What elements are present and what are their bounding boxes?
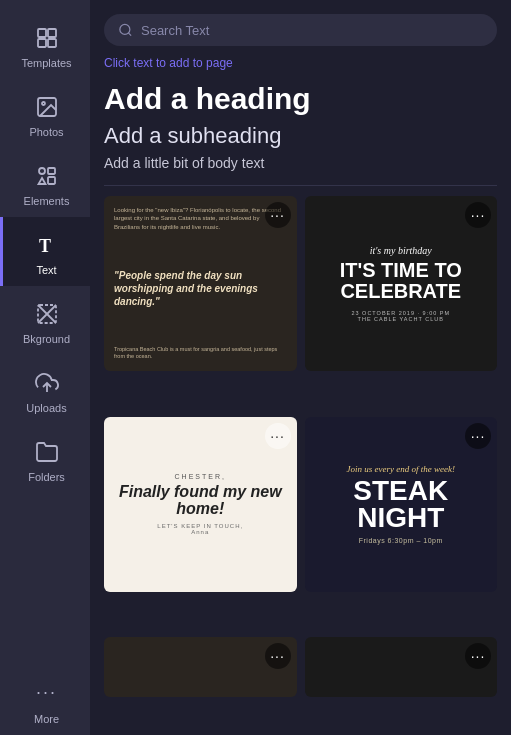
template-card-1[interactable]: ··· Looking for the "new Ibiza"? Florian…	[104, 196, 297, 371]
more-icon: ···	[33, 680, 61, 708]
svg-point-6	[39, 168, 45, 174]
search-input[interactable]	[141, 23, 483, 38]
divider	[104, 185, 497, 186]
elements-icon	[33, 162, 61, 190]
uploads-icon	[33, 369, 61, 397]
card-2-script: it's my birthday	[370, 245, 432, 256]
sidebar-label-uploads: Uploads	[26, 402, 66, 414]
svg-rect-3	[48, 39, 56, 47]
card-1-quote: "People spend the day sun worshipping an…	[114, 269, 287, 308]
search-icon	[118, 22, 133, 38]
card-3-big: Finally found my new home!	[114, 484, 287, 518]
sidebar-label-elements: Elements	[24, 195, 70, 207]
typography-section: Add a heading Add a subheading Add a lit…	[90, 78, 511, 185]
subheading-text[interactable]: Add a subheading	[104, 123, 497, 149]
card-menu-1[interactable]: ···	[265, 202, 291, 228]
main-content: Click text to add to page Add a heading …	[90, 0, 511, 735]
sidebar-item-templates[interactable]: Templates	[0, 10, 90, 79]
sidebar-label-more: More	[34, 713, 59, 725]
card-4-big: STEAK NIGHT	[315, 478, 488, 531]
card-3-name: CHESTER,	[175, 473, 226, 480]
card-menu-4[interactable]: ···	[465, 423, 491, 449]
sidebar-label-templates: Templates	[21, 57, 71, 69]
templates-grid: ··· Looking for the "new Ibiza"? Florian…	[90, 196, 511, 735]
folders-icon	[33, 438, 61, 466]
body-text[interactable]: Add a little bit of body text	[104, 155, 497, 171]
photos-icon	[33, 93, 61, 121]
template-card-5[interactable]: ···	[104, 637, 297, 697]
hint-text: Click text to add to page	[90, 56, 511, 78]
card-1-top-text: Looking for the "new Ibiza"? Florianópol…	[114, 206, 287, 231]
heading-text[interactable]: Add a heading	[104, 82, 497, 117]
template-card-3[interactable]: ··· CHESTER, Finally found my new home! …	[104, 417, 297, 592]
card-2-big: IT'S TIME TO CELEBRATE	[315, 260, 488, 302]
sidebar-item-photos[interactable]: Photos	[0, 79, 90, 148]
template-card-2[interactable]: ··· it's my birthday IT'S TIME TO CELEBR…	[305, 196, 498, 371]
card-menu-6[interactable]: ···	[465, 643, 491, 669]
svg-rect-9	[48, 177, 55, 184]
sidebar-label-text: Text	[36, 264, 56, 276]
svg-rect-2	[38, 39, 46, 47]
sidebar: Templates Photos Elements T Text	[0, 0, 90, 735]
sidebar-item-uploads[interactable]: Uploads	[0, 355, 90, 424]
sidebar-item-background[interactable]: Bkground	[0, 286, 90, 355]
sidebar-item-text[interactable]: T Text	[0, 217, 90, 286]
search-bar	[104, 14, 497, 46]
svg-line-16	[128, 33, 131, 36]
sidebar-label-photos: Photos	[29, 126, 63, 138]
text-icon: T	[33, 231, 61, 259]
background-icon	[33, 300, 61, 328]
svg-point-15	[120, 24, 130, 34]
sidebar-item-more[interactable]: ··· More	[0, 666, 90, 735]
card-1-bottom-text: Tropicana Beach Club is a must for sangr…	[114, 346, 287, 361]
template-card-6[interactable]: ···	[305, 637, 498, 697]
card-3-sub: LET'S KEEP IN TOUCH,Anna	[157, 523, 243, 535]
svg-rect-1	[48, 29, 56, 37]
card-2-details: 23 OCTOBER 2019 · 9:00 PMTHE CABLE YACHT…	[351, 310, 450, 322]
sidebar-item-elements[interactable]: Elements	[0, 148, 90, 217]
card-menu-3[interactable]: ···	[265, 423, 291, 449]
svg-text:T: T	[39, 236, 51, 256]
svg-marker-8	[38, 178, 45, 184]
card-menu-5[interactable]: ···	[265, 643, 291, 669]
templates-icon	[33, 24, 61, 52]
svg-point-5	[42, 102, 45, 105]
sidebar-item-folders[interactable]: Folders	[0, 424, 90, 493]
card-4-script: Join us every end of the week!	[347, 464, 455, 474]
svg-rect-0	[38, 29, 46, 37]
template-card-4[interactable]: ··· Join us every end of the week! STEAK…	[305, 417, 498, 592]
svg-rect-7	[48, 168, 55, 174]
sidebar-label-background: Bkground	[23, 333, 70, 345]
card-4-sub: Fridays 6:30pm – 10pm	[359, 537, 443, 544]
sidebar-label-folders: Folders	[28, 471, 65, 483]
card-menu-2[interactable]: ···	[465, 202, 491, 228]
